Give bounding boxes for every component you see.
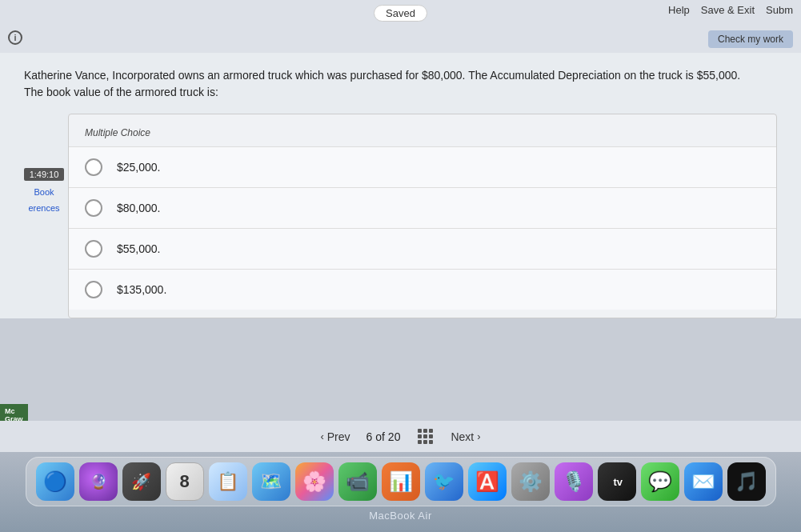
macos-dock-wrapper: 🔵 🔮 🚀 8 📋 🗺️ 🌸 📹 📊 🐦 🅰️ ⚙️ 🎙️ tv 💬 ✉️ 🎵 …: [0, 452, 801, 532]
prev-chevron-icon: ‹: [320, 430, 323, 442]
dock-spotify[interactable]: 🎵: [727, 462, 766, 501]
dock-mail[interactable]: ✉️: [684, 462, 723, 501]
top-right-links: Help Save & Exit Subm: [668, 4, 793, 16]
total-pages: 20: [388, 430, 401, 443]
current-page: 6: [366, 430, 373, 443]
dock-settings[interactable]: ⚙️: [511, 462, 550, 501]
option-c[interactable]: $55,000.: [69, 228, 776, 269]
option-b[interactable]: $80,000.: [69, 187, 776, 228]
radio-b[interactable]: [85, 199, 102, 217]
dock-facetime[interactable]: 📹: [338, 462, 377, 501]
dock-siri[interactable]: 🔮: [79, 462, 118, 501]
dock-launchpad[interactable]: 🚀: [122, 462, 161, 501]
dock-appstore[interactable]: 🅰️: [468, 462, 507, 501]
question-body: 1:49:10 Book erences Multiple Choice $25…: [24, 114, 777, 318]
option-d-text: $135,000.: [117, 283, 166, 296]
radio-c[interactable]: [85, 240, 102, 258]
radio-d[interactable]: [85, 281, 102, 298]
dock-reminders[interactable]: 📋: [209, 462, 247, 501]
dock-maps[interactable]: 🗺️: [252, 462, 290, 501]
help-link[interactable]: Help: [668, 4, 690, 16]
answer-box: Multiple Choice $25,000. $80,000. $55,00…: [68, 114, 777, 318]
book-link[interactable]: Book: [24, 187, 64, 197]
of-label: of: [375, 430, 388, 443]
dock-appletv[interactable]: tv: [598, 462, 636, 501]
prev-button[interactable]: ‹ Prev: [320, 430, 350, 443]
main-content: Katherine Vance, Incorporated owns an ar…: [0, 53, 801, 318]
option-a-text: $25,000.: [117, 161, 161, 174]
next-label: Next: [451, 430, 474, 443]
top-bar: Saved Help Save & Exit Subm: [0, 0, 801, 26]
dock-podcasts[interactable]: 🎙️: [555, 462, 593, 501]
check-my-work-button[interactable]: Check my work: [708, 30, 793, 48]
save-exit-link[interactable]: Save & Exit: [701, 4, 755, 16]
dock-messages[interactable]: 💬: [641, 462, 679, 501]
dock-twitter[interactable]: 🐦: [425, 462, 463, 501]
dock-finder[interactable]: 🔵: [36, 462, 74, 501]
dock-photos[interactable]: 🌸: [295, 462, 334, 501]
dock: 🔵 🔮 🚀 8 📋 🗺️ 🌸 📹 📊 🐦 🅰️ ⚙️ 🎙️ tv 💬 ✉️ 🎵: [26, 457, 776, 506]
timer: 1:49:10: [24, 168, 64, 181]
check-work-row: Check my work: [0, 26, 801, 53]
option-a[interactable]: $25,000.: [69, 146, 776, 187]
bottom-navigation: ‹ Prev 6 of 20 Next ›: [0, 421, 801, 452]
option-b-text: $80,000.: [117, 202, 161, 214]
option-c-text: $55,000.: [117, 242, 161, 255]
submit-link[interactable]: Subm: [766, 4, 793, 16]
info-icon[interactable]: i: [8, 30, 22, 45]
side-panel: 1:49:10 Book erences: [24, 168, 64, 213]
dock-keynote[interactable]: 📊: [382, 462, 420, 501]
grid-icon[interactable]: [418, 429, 433, 444]
prev-label: Prev: [327, 430, 350, 443]
radio-a[interactable]: [85, 158, 102, 176]
answer-type-label: Multiple Choice: [69, 122, 776, 146]
next-chevron-icon: ›: [477, 430, 480, 442]
dock-calendar[interactable]: 8: [166, 462, 204, 501]
question-text: Katherine Vance, Incorporated owns an ar…: [24, 67, 760, 101]
macos-label: MacBook Air: [369, 510, 431, 522]
option-d[interactable]: $135,000.: [69, 269, 776, 310]
saved-badge: Saved: [374, 5, 427, 22]
page-info: 6 of 20: [366, 430, 401, 443]
next-button[interactable]: Next ›: [451, 430, 480, 443]
references-link[interactable]: erences: [24, 203, 64, 213]
